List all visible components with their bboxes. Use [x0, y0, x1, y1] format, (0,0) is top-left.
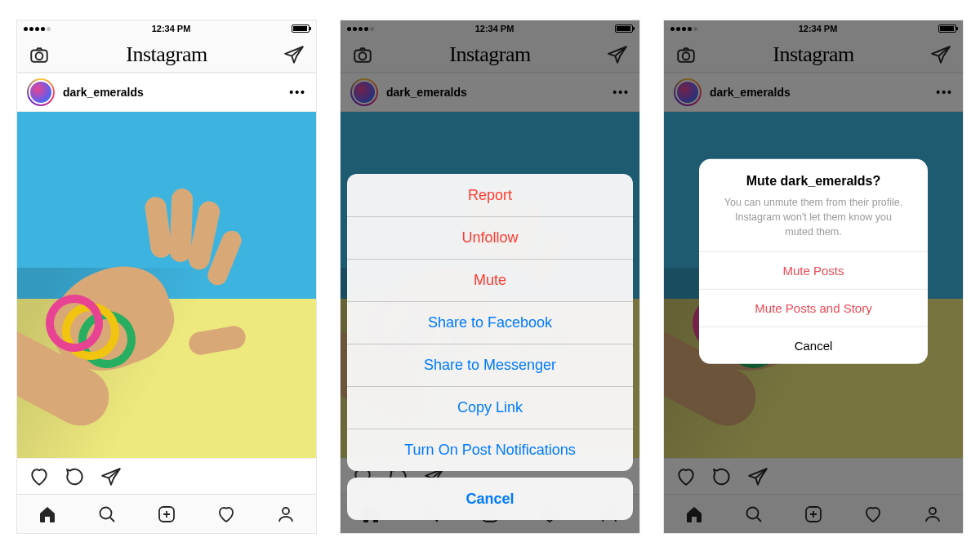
screen-action-sheet: 12:34 PM Instagram dark_emeralds ••• Rep… — [340, 20, 640, 534]
svg-point-2 — [100, 507, 111, 518]
like-icon[interactable] — [29, 466, 50, 487]
avatar[interactable] — [27, 78, 55, 106]
action-sheet-group: Report Unfollow Mute Share to Facebook S… — [347, 174, 633, 471]
nav-profile-icon[interactable] — [276, 504, 296, 524]
camera-icon[interactable] — [29, 44, 50, 65]
app-logo: Instagram — [126, 42, 207, 67]
nav-create-icon[interactable] — [157, 504, 176, 524]
action-copy-link[interactable]: Copy Link — [347, 386, 633, 429]
app-header: Instagram — [17, 37, 316, 73]
comment-icon[interactable] — [65, 466, 86, 487]
mute-dialog: Mute dark_emeralds? You can unmute them … — [699, 159, 928, 363]
action-cancel[interactable]: Cancel — [347, 478, 633, 520]
mute-posts-button[interactable]: Mute Posts — [699, 251, 928, 288]
nav-home-icon[interactable] — [38, 504, 57, 524]
post-header: dark_emeralds ••• — [17, 73, 316, 112]
post-image[interactable] — [17, 112, 316, 458]
battery-icon — [292, 24, 310, 33]
send-icon[interactable] — [283, 44, 305, 65]
svg-point-1 — [36, 52, 43, 60]
action-report[interactable]: Report — [347, 174, 633, 216]
post-actions — [17, 458, 316, 494]
action-sheet: Report Unfollow Mute Share to Facebook S… — [347, 174, 633, 527]
mute-posts-and-story-button[interactable]: Mute Posts and Story — [699, 288, 928, 326]
svg-point-4 — [283, 508, 289, 514]
action-turn-on-notifications[interactable]: Turn On Post Notifications — [347, 429, 633, 471]
bottom-nav — [17, 494, 316, 533]
signal-dots — [24, 27, 51, 31]
action-share-facebook[interactable]: Share to Facebook — [347, 301, 633, 344]
status-bar: 12:34 PM — [17, 20, 316, 37]
post-username[interactable]: dark_emeralds — [63, 86, 144, 99]
more-options-icon[interactable]: ••• — [289, 86, 306, 99]
mute-cancel-button[interactable]: Cancel — [699, 326, 928, 363]
share-icon[interactable] — [100, 466, 122, 487]
nav-activity-icon[interactable] — [216, 504, 236, 524]
action-unfollow[interactable]: Unfollow — [347, 216, 633, 259]
mute-dialog-title: Mute dark_emeralds? — [715, 174, 911, 189]
action-mute[interactable]: Mute — [347, 259, 633, 301]
nav-search-icon[interactable] — [97, 504, 117, 524]
status-time: 12:34 PM — [152, 24, 191, 33]
screen-feed: 12:34 PM Instagram dark_emeralds ••• — [16, 20, 317, 534]
screen-mute-dialog: 12:34 PM Instagram dark_emeralds ••• Mut… — [663, 20, 964, 534]
action-share-messenger[interactable]: Share to Messenger — [347, 344, 633, 386]
mute-dialog-body: You can unmute them from their profile. … — [715, 195, 911, 239]
